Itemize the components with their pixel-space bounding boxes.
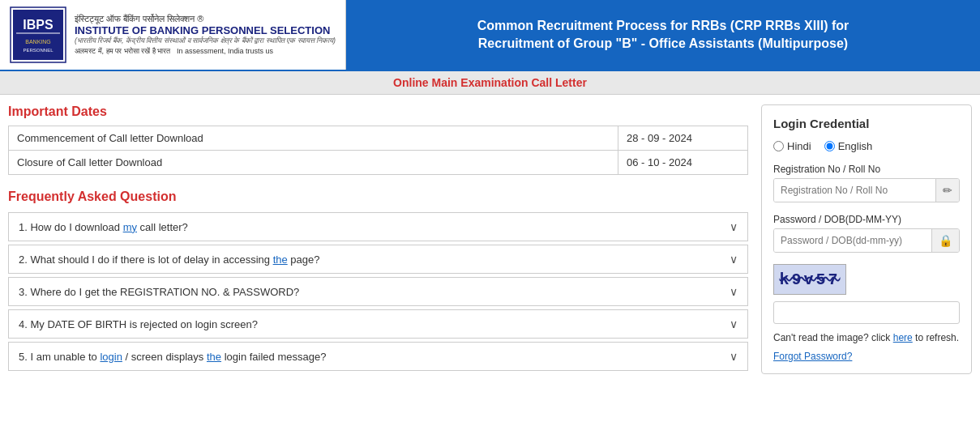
login-panel: Login Credential Hindi English Registrat… bbox=[761, 104, 972, 374]
faq-section: Frequently Asked Question 1. How do I do… bbox=[8, 190, 748, 371]
english-radio[interactable] bbox=[824, 141, 835, 151]
sub-header-banner: Online Main Examination Call Letter bbox=[0, 71, 980, 95]
login-title: Login Credential bbox=[773, 117, 960, 130]
logo-taglines: अलमस्ट में, हम पर भरोसा रखें है भारत In … bbox=[75, 47, 336, 56]
lock-icon: 🔒 bbox=[931, 229, 959, 252]
reg-input-row: ✏ bbox=[773, 178, 960, 202]
password-label: Password / DOB(DD-MM-YY) bbox=[773, 214, 960, 225]
sub-header-text: Online Main Examination Call Letter bbox=[393, 76, 587, 89]
chevron-down-icon: ∨ bbox=[730, 220, 738, 233]
faq-title: Frequently Asked Question bbox=[8, 190, 748, 204]
svg-text:PERSONNEL: PERSONNEL bbox=[23, 48, 53, 53]
forgot-password-link[interactable]: Forgot Password? bbox=[773, 351, 852, 362]
important-dates-section: Important Dates Commencement of Call let… bbox=[8, 104, 748, 175]
chevron-down-icon: ∨ bbox=[730, 350, 738, 363]
date-value-2: 06 - 10 - 2024 bbox=[618, 151, 748, 175]
left-panel: Important Dates Commencement of Call let… bbox=[8, 104, 748, 374]
logo-tagline1: अलमस्ट में, हम पर भरोसा रखें है भारत bbox=[75, 47, 170, 56]
faq-item-4[interactable]: 4. My DATE OF BIRTH is rejected on login… bbox=[8, 309, 748, 339]
faq-item-1[interactable]: 1. How do I download my call letter? ∨ bbox=[8, 212, 748, 241]
important-dates-title: Important Dates bbox=[8, 104, 748, 119]
logo-tagline2: In assessment, India trusts us bbox=[177, 47, 273, 56]
table-row: Closure of Call letter Download 06 - 10 … bbox=[9, 151, 748, 175]
chevron-down-icon: ∨ bbox=[730, 253, 738, 266]
password-input-row: 🔒 bbox=[773, 228, 960, 253]
faq-highlight: the bbox=[273, 253, 288, 266]
english-label: English bbox=[838, 140, 873, 152]
hindi-label: Hindi bbox=[787, 140, 811, 152]
main-title: Common Recruitment Process for RRBs (CRP… bbox=[346, 0, 980, 70]
faq-highlight: login bbox=[100, 351, 122, 363]
svg-text:BANKING: BANKING bbox=[25, 39, 51, 45]
faq-question-1: 1. How do I download my call letter? bbox=[19, 221, 188, 233]
logo-section: IBPS BANKING PERSONNEL इंस्टिट्यूट ऑफ बै… bbox=[0, 0, 346, 70]
language-selection: Hindi English bbox=[773, 140, 960, 152]
logo-text: इंस्टिट्यूट ऑफ बैंकिंग पर्सोनेल सिलेक्शन… bbox=[75, 14, 336, 56]
faq-item-2[interactable]: 2. What should I do if there is lot of d… bbox=[8, 245, 748, 274]
faq-highlight: the bbox=[207, 351, 221, 363]
date-value-1: 28 - 09 - 2024 bbox=[618, 126, 748, 151]
logo-subtitle: (भारतीय रिजर्व बैंक, केंद्रीय वित्तीय सं… bbox=[75, 36, 336, 45]
captcha-image: k9v57 bbox=[773, 264, 846, 295]
captcha-refresh-suffix: to refresh. bbox=[915, 332, 959, 343]
title-text: Common Recruitment Process for RRBs (CRP… bbox=[477, 17, 849, 53]
faq-question-4: 4. My DATE OF BIRTH is rejected on login… bbox=[19, 318, 258, 330]
faq-question-2: 2. What should I do if there is lot of d… bbox=[19, 253, 319, 266]
captcha-refresh-link[interactable]: here bbox=[893, 332, 913, 343]
chevron-down-icon: ∨ bbox=[730, 317, 738, 330]
captcha-refresh-text: Can't read the image? click here to refr… bbox=[773, 330, 960, 345]
ibps-logo: IBPS BANKING PERSONNEL bbox=[10, 6, 66, 63]
main-content: Important Dates Commencement of Call let… bbox=[0, 95, 980, 384]
captcha-refresh-label: Can't read the image? click bbox=[773, 332, 890, 343]
chevron-down-icon: ∨ bbox=[730, 285, 738, 298]
hindi-radio-label[interactable]: Hindi bbox=[773, 140, 811, 152]
dates-table: Commencement of Call letter Download 28 … bbox=[8, 126, 748, 175]
date-label-1: Commencement of Call letter Download bbox=[9, 126, 618, 151]
faq-question-5: 5. I am unable to login / screen display… bbox=[19, 351, 326, 363]
svg-text:IBPS: IBPS bbox=[23, 18, 53, 32]
faq-item-3[interactable]: 3. Where do I get the REGISTRATION NO. &… bbox=[8, 277, 748, 306]
edit-icon: ✏ bbox=[935, 179, 959, 202]
logo-title: INSTITUTE OF BANKING PERSONNEL SELECTION bbox=[75, 24, 336, 36]
faq-highlight: my bbox=[123, 221, 137, 233]
english-radio-label[interactable]: English bbox=[824, 140, 873, 152]
faq-item-5[interactable]: 5. I am unable to login / screen display… bbox=[8, 342, 748, 371]
hindi-radio[interactable] bbox=[773, 141, 784, 151]
faq-question-3: 3. Where do I get the REGISTRATION NO. &… bbox=[19, 286, 299, 298]
reg-label: Registration No / Roll No bbox=[773, 164, 960, 175]
password-input[interactable] bbox=[774, 229, 931, 252]
table-row: Commencement of Call letter Download 28 … bbox=[9, 126, 748, 151]
logo-hindi-text: इंस्टिट्यूट ऑफ बैंकिंग पर्सोनेल सिलेक्शन… bbox=[75, 14, 336, 24]
registration-input[interactable] bbox=[774, 179, 935, 202]
header: IBPS BANKING PERSONNEL इंस्टिट्यूट ऑफ बै… bbox=[0, 0, 980, 71]
captcha-input[interactable] bbox=[773, 301, 960, 324]
date-label-2: Closure of Call letter Download bbox=[9, 151, 618, 175]
